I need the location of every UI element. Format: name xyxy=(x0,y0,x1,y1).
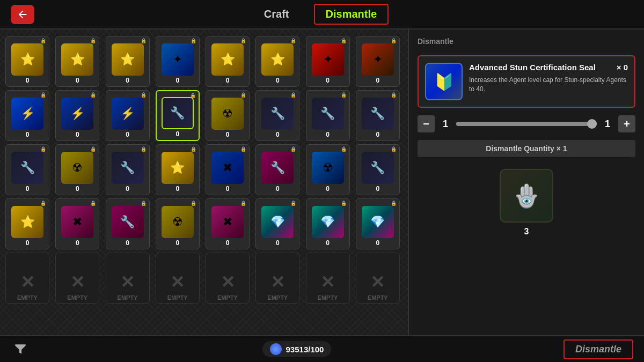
qty-slider[interactable] xyxy=(456,122,597,126)
grid-cell: ✕EMPTY xyxy=(356,253,400,304)
item-card: 🔰 Advanced Stun Certification Seal × 0 I… xyxy=(418,55,635,108)
grid-cell[interactable]: 🔒🔧0 xyxy=(255,144,299,195)
grid-cell: ✕EMPTY xyxy=(55,253,99,304)
lock-icon: 🔒 xyxy=(290,201,296,206)
item-icon: ☢ xyxy=(312,152,344,184)
tab-craft[interactable]: Craft xyxy=(255,5,298,24)
grid-cell[interactable]: 🔒🔧0 xyxy=(306,90,350,141)
grid-cell[interactable]: 🔒✦0 xyxy=(156,36,200,87)
grid-cell[interactable]: 🔒⭐0 xyxy=(206,36,250,87)
lock-icon: 🔒 xyxy=(290,38,296,43)
grid-cell[interactable]: 🔒⭐0 xyxy=(5,198,49,249)
grid-cell: ✕EMPTY xyxy=(255,253,299,304)
grid-cell[interactable]: 🔒🔧0 xyxy=(255,90,299,141)
item-count: 0 xyxy=(326,77,330,84)
grid-cell[interactable]: 🔒🔧0 xyxy=(156,90,200,141)
currency-display: 93513/100 xyxy=(262,341,332,357)
grid-cell: ✕EMPTY xyxy=(156,253,200,304)
item-count: 0 xyxy=(175,130,179,138)
grid-cell[interactable]: 🔒⭐0 xyxy=(106,36,150,87)
grid-cell[interactable]: 🔒🔧0 xyxy=(356,144,400,195)
item-count: 0 xyxy=(276,239,280,247)
grid-cell[interactable]: 🔒✖0 xyxy=(206,144,250,195)
nav-tabs: Craft Dismantle xyxy=(255,4,389,25)
qty-decrease-button[interactable]: − xyxy=(418,115,435,132)
tab-dismantle[interactable]: Dismantle xyxy=(314,4,389,25)
qty-slider-fill xyxy=(456,122,597,126)
grid-cell[interactable]: 🔒✦0 xyxy=(306,36,350,87)
item-count: 0 xyxy=(376,239,379,247)
qty-slider-thumb xyxy=(587,119,597,129)
item-icon: ✦ xyxy=(162,43,194,76)
item-icon: ⭐ xyxy=(11,43,43,76)
item-icon: 🔧 xyxy=(362,152,394,184)
grid-cell[interactable]: 🔒🔧0 xyxy=(106,144,150,195)
lock-icon: 🔒 xyxy=(40,92,46,98)
item-icon: ✖ xyxy=(61,206,93,238)
filter-button[interactable] xyxy=(11,339,30,359)
result-icon: 🪬 xyxy=(500,169,553,223)
grid-cell[interactable]: 🔒🔧0 xyxy=(5,144,49,195)
grid-cell[interactable]: 🔒✖0 xyxy=(206,198,250,249)
grid-cell[interactable]: 🔒✦0 xyxy=(356,36,400,87)
lock-icon: 🔒 xyxy=(391,201,397,206)
lock-icon: 🔒 xyxy=(290,92,296,98)
grid-cell[interactable]: 🔒☢0 xyxy=(206,90,250,141)
item-icon: 🔧 xyxy=(112,152,144,184)
lock-icon: 🔒 xyxy=(141,92,147,98)
grid-cell: ✕EMPTY xyxy=(206,253,250,304)
lock-icon: 🔒 xyxy=(391,38,397,43)
item-count: 0 xyxy=(226,131,230,138)
qty-increase-button[interactable]: + xyxy=(618,115,635,132)
item-grid-panel: 🔒⭐0🔒⭐0🔒⭐0🔒✦0🔒⭐0🔒⭐0🔒✦0🔒✦0🔒⚡0🔒⚡0🔒⚡0🔒🔧0🔒☢0🔒… xyxy=(0,29,408,335)
lock-icon: 🔒 xyxy=(141,146,147,152)
qty-current-value: 1 xyxy=(440,119,451,130)
item-count: 0 xyxy=(26,185,30,193)
dismantle-action-button[interactable]: Dismantle xyxy=(564,339,633,359)
lock-icon: 🔒 xyxy=(290,146,296,152)
grid-cell[interactable]: 🔒🔧0 xyxy=(106,198,150,249)
grid-cell[interactable]: 🔒⚡0 xyxy=(106,90,150,141)
lock-icon: 🔒 xyxy=(240,146,246,152)
back-button[interactable] xyxy=(11,5,34,24)
grid-cell[interactable]: 🔒⭐0 xyxy=(156,144,200,195)
right-panel: Dismantle 🔰 Advanced Stun Certification … xyxy=(408,29,644,335)
item-card-name: Advanced Stun Certification Seal xyxy=(469,63,596,72)
empty-x-icon: ✕ xyxy=(120,272,135,292)
item-icon: 🔧 xyxy=(261,98,294,130)
grid-cell[interactable]: 🔒⭐0 xyxy=(55,36,99,87)
empty-x-icon: ✕ xyxy=(170,272,185,292)
grid-cell[interactable]: 🔒⭐0 xyxy=(5,36,49,87)
item-icon: ✦ xyxy=(362,43,394,76)
item-count: 0 xyxy=(126,239,129,247)
lock-icon: 🔒 xyxy=(391,92,397,98)
empty-cell-label: EMPTY xyxy=(67,294,87,301)
grid-cell[interactable]: 🔒✖0 xyxy=(55,198,99,249)
empty-x-icon: ✕ xyxy=(370,272,385,292)
item-count: 0 xyxy=(276,77,280,84)
grid-cell[interactable]: 🔒🔧0 xyxy=(356,90,400,141)
grid-cell[interactable]: 🔒⚡0 xyxy=(55,90,99,141)
lock-icon: 🔒 xyxy=(240,38,246,43)
empty-x-icon: ✕ xyxy=(70,272,85,292)
grid-cell[interactable]: 🔒☢0 xyxy=(156,198,200,249)
grid-cell[interactable]: 🔒💎0 xyxy=(255,198,299,249)
grid-cell[interactable]: 🔒💎0 xyxy=(306,198,350,249)
grid-cell[interactable]: 🔒⚡0 xyxy=(5,90,49,141)
lock-icon: 🔒 xyxy=(40,146,46,152)
grid-cell[interactable]: 🔒☢0 xyxy=(306,144,350,195)
item-count: 0 xyxy=(376,185,379,193)
item-icon: ⚡ xyxy=(112,98,144,130)
grid-cell[interactable]: 🔒☢0 xyxy=(55,144,99,195)
top-bar: Craft Dismantle xyxy=(0,0,644,29)
grid-cell[interactable]: 🔒⭐0 xyxy=(255,36,299,87)
main-content: 🔒⭐0🔒⭐0🔒⭐0🔒✦0🔒⭐0🔒⭐0🔒✦0🔒✦0🔒⚡0🔒⚡0🔒⚡0🔒🔧0🔒☢0🔒… xyxy=(0,29,644,335)
lock-icon: 🔒 xyxy=(40,38,46,43)
item-icon: ☢ xyxy=(211,98,244,130)
item-icon: 🔧 xyxy=(11,152,43,184)
item-icon: ✖ xyxy=(211,206,244,238)
empty-x-icon: ✕ xyxy=(20,272,35,292)
lock-icon: 🔒 xyxy=(341,201,347,206)
item-icon: ☢ xyxy=(162,206,194,238)
grid-cell[interactable]: 🔒💎0 xyxy=(356,198,400,249)
